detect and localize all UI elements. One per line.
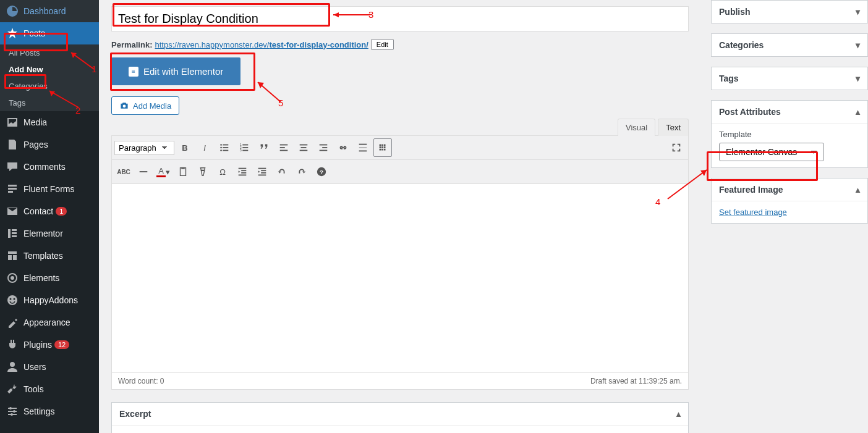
align-left-button[interactable] <box>274 138 293 157</box>
svg-rect-59 <box>241 172 246 174</box>
sidebar-item-users[interactable]: Users <box>0 356 99 378</box>
editor-body[interactable] <box>112 184 688 372</box>
featured-image-panel-header[interactable]: Featured Image▴ <box>712 179 867 201</box>
sidebar-item-posts[interactable]: Posts <box>0 22 99 44</box>
align-right-button[interactable] <box>314 138 333 157</box>
svg-rect-32 <box>280 145 288 146</box>
paste-button[interactable] <box>174 162 192 181</box>
svg-rect-50 <box>384 146 386 148</box>
sidebar-item-tools[interactable]: Tools <box>0 378 99 400</box>
ul-button[interactable] <box>215 138 234 157</box>
happy-icon <box>6 294 19 306</box>
sidebar-item-elementor[interactable]: Elementor <box>0 222 99 245</box>
tab-visual[interactable]: Visual <box>618 119 655 136</box>
caret-up-icon: ▴ <box>856 185 860 195</box>
svg-rect-60 <box>239 175 247 176</box>
appearance-icon <box>6 316 19 329</box>
svg-rect-52 <box>381 149 383 151</box>
svg-rect-42 <box>359 144 367 145</box>
readmore-button[interactable] <box>354 138 372 157</box>
quote-button[interactable] <box>255 138 273 157</box>
sidebar-item-fluent-forms[interactable]: Fluent Forms <box>0 178 99 200</box>
sidebar-item-plugins[interactable]: Plugins12 <box>0 334 99 356</box>
sidebar-item-elements[interactable]: Elements <box>0 267 99 289</box>
tab-text[interactable]: Text <box>658 119 689 136</box>
special-char-button[interactable]: Ω <box>213 162 232 181</box>
sidebar-item-happyaddons[interactable]: HappyAddons <box>0 289 99 311</box>
svg-rect-61 <box>258 168 266 169</box>
sidebar-subitem-tags[interactable]: Tags <box>0 95 99 111</box>
help-button[interactable]: ? <box>312 162 331 181</box>
svg-text:3: 3 <box>240 148 242 152</box>
svg-rect-62 <box>261 170 266 171</box>
italic-button[interactable]: I <box>195 138 214 157</box>
indent-button[interactable] <box>253 162 271 181</box>
add-media-button[interactable]: Add Media <box>111 96 179 115</box>
fullscreen-button[interactable] <box>667 138 686 157</box>
excerpt-header[interactable]: Excerpt ▴ <box>112 403 688 426</box>
caret-up-icon: ▴ <box>676 409 681 419</box>
sidebar-subitem-add-new[interactable]: Add New <box>0 61 99 78</box>
tags-panel-header[interactable]: Tags▾ <box>712 67 867 90</box>
svg-rect-56 <box>181 167 184 169</box>
sidebar-item-media[interactable]: Media <box>0 111 99 133</box>
plugins-icon <box>6 338 19 351</box>
sidebar-subitem-all-posts[interactable]: All Posts <box>0 44 99 61</box>
elementor-icon: ≡ <box>129 67 138 77</box>
clear-button[interactable] <box>194 162 212 181</box>
permalink-link[interactable]: https://raven.happymonster.dev/test-for-… <box>155 40 368 49</box>
publish-panel-header[interactable]: Publish▾ <box>712 1 867 23</box>
svg-point-24 <box>220 149 222 151</box>
mail-icon <box>6 205 19 217</box>
sidebar-item-settings[interactable]: Settings <box>0 400 99 422</box>
template-select[interactable]: Elementor Canvas <box>719 143 824 161</box>
svg-point-22 <box>220 147 222 149</box>
format-select[interactable]: Paragraph <box>114 141 174 155</box>
tools-icon <box>6 383 19 395</box>
post-title-input[interactable] <box>111 6 689 32</box>
svg-rect-23 <box>223 147 228 148</box>
svg-rect-36 <box>301 147 307 148</box>
caret-down-icon: ▾ <box>856 40 860 50</box>
svg-rect-63 <box>261 172 266 174</box>
ol-button[interactable]: 123 <box>235 138 253 157</box>
users-icon <box>6 361 19 373</box>
hr-button[interactable] <box>134 162 153 181</box>
edit-with-elementor-button[interactable]: ≡ Edit with Elementor <box>111 57 240 85</box>
sidebar-subitem-categories[interactable]: Categories <box>0 78 99 95</box>
set-featured-image-link[interactable]: Set featured image <box>719 208 787 217</box>
svg-rect-38 <box>320 145 328 146</box>
sidebar-item-templates[interactable]: Templates <box>0 245 99 267</box>
textcolor-button[interactable]: A ▾ <box>154 162 172 181</box>
template-label: Template <box>719 130 860 139</box>
dashboard-icon <box>6 5 19 17</box>
svg-rect-33 <box>280 147 285 148</box>
svg-rect-48 <box>380 146 381 148</box>
sidebar-item-dashboard[interactable]: Dashboard <box>0 0 99 22</box>
redo-button[interactable] <box>292 162 311 181</box>
link-button[interactable] <box>334 138 352 157</box>
draft-saved-status: Draft saved at 11:39:25 am. <box>590 377 682 385</box>
post-attributes-panel-header[interactable]: Post Attributes▴ <box>712 101 867 123</box>
editor-toolbar-row-1: Paragraph B I 123 <box>112 136 688 160</box>
sidebar-item-comments[interactable]: Comments <box>0 156 99 178</box>
categories-panel-header[interactable]: Categories▾ <box>712 34 867 56</box>
svg-rect-31 <box>242 150 248 151</box>
svg-rect-58 <box>241 170 246 171</box>
camera-icon <box>119 101 129 111</box>
outdent-button[interactable] <box>233 162 252 181</box>
edit-permalink-button[interactable]: Edit <box>371 39 394 50</box>
excerpt-metabox: Excerpt ▴ <box>111 402 689 433</box>
toolbar-toggle-button[interactable] <box>373 138 392 157</box>
strike-button[interactable]: ABC <box>114 162 133 181</box>
forms-icon <box>6 183 19 195</box>
sidebar-item-contact[interactable]: Contact1 <box>0 200 99 222</box>
sidebar-item-appearance[interactable]: Appearance <box>0 311 99 334</box>
sidebar-item-pages[interactable]: Pages <box>0 133 99 156</box>
svg-rect-53 <box>384 149 386 151</box>
align-center-button[interactable] <box>294 138 313 157</box>
badge: 1 <box>56 207 67 216</box>
undo-button[interactable] <box>273 162 291 181</box>
svg-rect-21 <box>223 145 228 146</box>
bold-button[interactable]: B <box>176 138 194 157</box>
